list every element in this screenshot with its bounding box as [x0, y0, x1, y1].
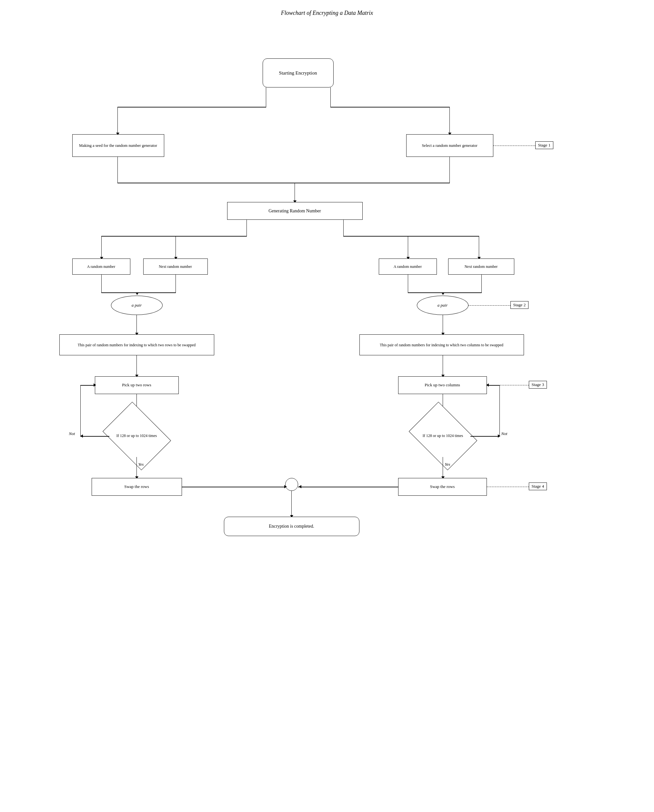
line-pair-left-down: [136, 315, 137, 334]
pick-cols-box: Pick up two columns: [398, 376, 487, 394]
not-left-label: Not: [69, 431, 75, 436]
line-swap-rows-right: [182, 487, 285, 487]
line-yes-rows-down: [136, 457, 137, 478]
line-start-hleft: [118, 107, 266, 107]
flowchart: Starting Encryption Making a seed for th…: [21, 26, 634, 801]
select-rng-box: Select a random number generator: [406, 134, 493, 157]
if-cols-diamond: If 128 or up to 1024 times: [416, 415, 471, 457]
line-conv-right: [408, 292, 482, 293]
line-not-cols-h: [471, 436, 500, 437]
a-random-right-box: A random number: [379, 258, 437, 275]
if-rows-diamond: If 128 or up to 1024 times: [109, 415, 164, 457]
line-index-rows-down: [136, 355, 137, 376]
line-not-rows-right: [80, 385, 95, 386]
line-left-nrnd: [176, 236, 176, 258]
line-yes-cols-down: [443, 457, 443, 478]
a-random-left-box: A random number: [72, 258, 130, 275]
arrowhead-not-cols: [498, 434, 500, 437]
line-right-arnd: [408, 236, 408, 258]
line-seed-right: [118, 183, 295, 184]
line-arnd-right-down: [408, 275, 408, 292]
next-random-left-box: Next random number: [143, 258, 208, 275]
line-nrnd-right-down: [481, 275, 482, 292]
if-rows-text: If 128 or up to 1024 times: [116, 433, 157, 439]
line-rng-left: [295, 183, 450, 184]
stage3-box: Stage 3: [529, 381, 547, 388]
line-start-left: [266, 87, 266, 107]
arrowhead-pick-rows-loop: [93, 384, 96, 387]
line-not-rows-h: [80, 436, 109, 437]
swap-cols-box: Swap the rows: [398, 478, 487, 496]
line-gen-left: [246, 220, 247, 236]
line-seed-down: [118, 157, 118, 183]
page-title: Flowchart of Encrypting a Data Matrix: [0, 0, 654, 17]
merge-circle: [285, 478, 298, 491]
line-right-down: [449, 107, 450, 134]
line-merge-gen: [295, 183, 295, 202]
line-circle-down: [291, 491, 292, 517]
pair-left-oval: a pair: [111, 296, 163, 315]
pick-rows-box: Pick up two rows: [95, 376, 179, 394]
yes-right-label: Yes: [445, 462, 451, 467]
line-start-right: [330, 87, 331, 107]
index-cols-box: This pair of random numbers for indexing…: [359, 334, 524, 355]
line-pair-right-down: [443, 315, 443, 334]
pair-right-oval: a pair: [417, 296, 469, 315]
line-gen-right: [343, 220, 344, 236]
line-left-arnd: [101, 236, 102, 258]
arrowhead-pair-right: [442, 292, 445, 295]
line-gen-hright: [343, 236, 479, 237]
start-box: Starting Encryption: [263, 58, 334, 87]
index-rows-box: This pair of random numbers for indexing…: [60, 334, 214, 355]
line-rng-down: [449, 157, 450, 183]
stage1-dash: [493, 145, 535, 146]
arrowhead-circle-right: [299, 485, 301, 488]
line-gen-hleft: [101, 236, 247, 237]
arrowhead-pick-cols-loop: [486, 384, 489, 387]
line-arnd-left-down: [101, 275, 102, 292]
gen-random-box: Generating Random Number: [227, 202, 363, 220]
make-seed-box: Making a seed for the random number gene…: [72, 134, 164, 157]
end-box: Encryption is completed.: [224, 517, 359, 536]
stage1-box: Stage 1: [535, 141, 554, 149]
arrowhead-circle-left: [284, 485, 287, 488]
stage4-box: Stage 4: [529, 482, 547, 490]
if-cols-text: If 128 or up to 1024 times: [423, 433, 463, 439]
swap-rows-box: Swap the rows: [92, 478, 182, 496]
next-random-right-box: Next random number: [448, 258, 514, 275]
stage2-dash: [469, 305, 510, 306]
line-start-hright: [330, 107, 450, 107]
line-not-cols-v: [500, 385, 500, 436]
line-right-nrnd: [479, 236, 480, 258]
not-right-label: Not: [501, 431, 507, 436]
line-index-cols-down: [443, 355, 443, 376]
yes-left-label: Yes: [138, 462, 144, 467]
line-nrnd-left-down: [176, 275, 176, 292]
line-not-rows-v: [80, 385, 81, 436]
line-left-down: [118, 107, 118, 134]
stage2-box: Stage 2: [510, 301, 529, 309]
line-swap-cols-left: [298, 487, 398, 487]
arrowhead-pair-left: [136, 292, 139, 295]
